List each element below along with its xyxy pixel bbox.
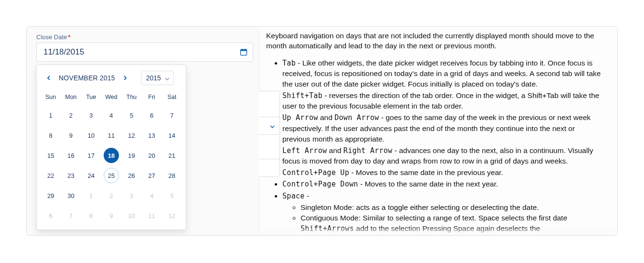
- doc-subitem: Contiguous Mode: Similar to selecting a …: [301, 213, 604, 234]
- calendar-day-number: 9: [63, 128, 78, 143]
- calendar-day-number: 6: [144, 108, 160, 123]
- calendar-day[interactable]: 28: [162, 165, 182, 186]
- weekday-header: Fri: [141, 89, 161, 105]
- calendar-day[interactable]: 6: [141, 105, 161, 125]
- calendar-day-number: 11: [104, 128, 119, 143]
- calendar-day-number: 3: [124, 188, 139, 203]
- field-label: Close Date *: [36, 33, 251, 41]
- doc-item: Shift+Tab - reverses the direction of th…: [282, 90, 604, 111]
- calendar-day-number: 1: [84, 188, 99, 203]
- calendar-day[interactable]: 17: [81, 145, 101, 165]
- calendar-day-number: 8: [43, 128, 58, 143]
- svg-rect-2: [242, 49, 243, 50]
- year-value: 2015: [146, 74, 161, 82]
- calendar-day-number: 12: [124, 128, 139, 143]
- weekday-header: Sun: [41, 89, 61, 105]
- calendar-day[interactable]: 22: [41, 165, 61, 186]
- calendar-day[interactable]: 7: [162, 105, 182, 125]
- chevron-down-icon: [165, 74, 170, 82]
- next-month-button[interactable]: [119, 72, 131, 84]
- calendar-day[interactable]: 27: [141, 165, 161, 186]
- calendar-day[interactable]: 8: [81, 206, 101, 226]
- calendar-day[interactable]: 12: [162, 206, 182, 226]
- calendar-day-number: 2: [63, 108, 78, 123]
- calendar-day[interactable]: 8: [41, 125, 61, 145]
- calendar-day-number: 20: [144, 148, 160, 163]
- calendar-day[interactable]: 14: [162, 125, 182, 145]
- calendar-day-today[interactable]: 25: [101, 165, 121, 186]
- doc-item: Control+Page Up - Moves to the same date…: [282, 167, 604, 178]
- keycap: Tab: [282, 59, 296, 67]
- calendar-day[interactable]: 30: [61, 186, 81, 206]
- calendar-day[interactable]: 2: [101, 186, 121, 206]
- calendar-day[interactable]: 6: [41, 206, 61, 226]
- keycap: Shift+Arrows: [301, 224, 354, 233]
- keycap: Space: [282, 192, 305, 200]
- calendar-day-number: 10: [84, 128, 99, 143]
- calendar-day[interactable]: 4: [141, 186, 161, 206]
- calendar-day[interactable]: 21: [162, 145, 182, 165]
- close-date-input[interactable]: [36, 43, 253, 62]
- keycap: Shift+Tab: [282, 91, 322, 100]
- calendar-day-number: 26: [124, 168, 139, 183]
- calendar-day[interactable]: 29: [41, 186, 61, 206]
- calendar-day[interactable]: 1: [81, 186, 101, 206]
- calendar-day-number: 22: [43, 168, 58, 183]
- calendar-day[interactable]: 24: [81, 165, 101, 186]
- doc-item: Tab - Like other widgets, the date picke…: [282, 58, 604, 89]
- calendar-day[interactable]: 4: [101, 105, 121, 125]
- calendar-day-number: 7: [63, 208, 78, 223]
- calendar-day[interactable]: 5: [162, 186, 182, 206]
- calendar-day[interactable]: 9: [61, 125, 81, 145]
- doc-item: Control+Page Down - Moves to the same da…: [282, 179, 604, 189]
- calendar-day-number: 14: [164, 128, 180, 143]
- calendar-day-number: 5: [164, 188, 180, 203]
- calendar-icon[interactable]: [239, 47, 248, 57]
- calendar-grid: SunMonTueWedThuFriSat 123456789101112131…: [41, 89, 182, 226]
- keycap: Left Arrow: [282, 146, 327, 155]
- calendar-day[interactable]: 23: [61, 165, 81, 186]
- year-select[interactable]: 2015: [141, 71, 174, 85]
- calendar-day-number: 3: [84, 108, 99, 123]
- calendar-day[interactable]: 20: [141, 145, 161, 165]
- calendar-day-number: 29: [43, 188, 58, 203]
- doc-item: Up Arrow and Down Arrow - goes to the sa…: [282, 112, 604, 144]
- calendar-day-number: 19: [124, 148, 139, 163]
- calendar-day[interactable]: 7: [61, 206, 81, 226]
- calendar-day-number: 18: [104, 148, 119, 163]
- field-label-text: Close Date: [36, 33, 67, 41]
- calendar-day[interactable]: 15: [41, 145, 61, 165]
- keycap: Up Arrow: [282, 113, 318, 122]
- calendar-day[interactable]: 10: [121, 206, 141, 226]
- calendar-day[interactable]: 1: [41, 105, 61, 125]
- chevron-down-icon: [270, 121, 275, 130]
- calendar-day[interactable]: 11: [101, 125, 121, 145]
- calendar-day-number: 28: [164, 168, 180, 183]
- calendar-day-selected[interactable]: 18: [101, 145, 121, 165]
- weekday-header: Thu: [121, 89, 141, 105]
- calendar-day[interactable]: 26: [121, 165, 141, 186]
- calendar-day[interactable]: 2: [61, 105, 81, 125]
- calendar-day[interactable]: 13: [141, 125, 161, 145]
- calendar-day[interactable]: 16: [61, 145, 81, 165]
- svg-rect-1: [241, 50, 247, 51]
- calendar-day[interactable]: 10: [81, 125, 101, 145]
- calendar-day[interactable]: 19: [121, 145, 141, 165]
- calendar-day[interactable]: 5: [121, 105, 141, 125]
- calendar-day[interactable]: 11: [141, 206, 161, 226]
- calendar-day[interactable]: 3: [81, 105, 101, 125]
- keycap: Down Arrow: [334, 113, 379, 122]
- calendar-day-number: 11: [144, 208, 160, 223]
- prev-month-button[interactable]: [43, 72, 55, 84]
- calendar-day-number: 2: [104, 188, 119, 203]
- calendar-day[interactable]: 12: [121, 125, 141, 145]
- month-year-label: NOVEMBER 2015: [59, 74, 115, 82]
- calendar-day-number: 23: [63, 168, 78, 183]
- doc-item: Left Arrow and Right Arrow - advances on…: [282, 145, 604, 166]
- doc-item: Space -Singleton Mode: acts as a toggle …: [282, 191, 604, 234]
- keycap: Right Arrow: [343, 146, 393, 155]
- calendar-day[interactable]: 9: [101, 206, 121, 226]
- calendar-day-number: 4: [144, 188, 160, 203]
- calendar-day-number: 9: [104, 208, 119, 223]
- calendar-day[interactable]: 3: [121, 186, 141, 206]
